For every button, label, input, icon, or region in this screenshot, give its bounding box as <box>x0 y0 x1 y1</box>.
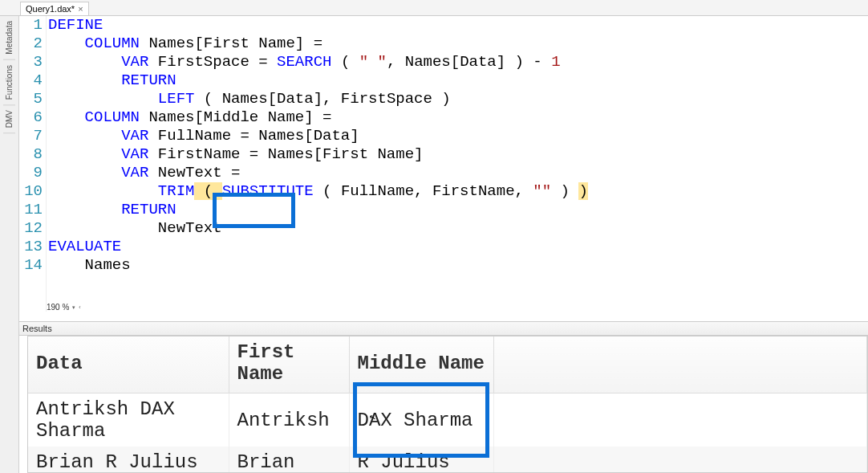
tab-title: Query1.dax* <box>26 4 75 14</box>
code-editor[interactable]: 1 2 3 4 5 6 7 8 9 10 11 12 13 14 DEFINE … <box>19 16 868 313</box>
cell-data: Antriksh DAX Sharma <box>28 393 229 447</box>
zoom-value: 190 % <box>47 303 69 312</box>
code-text: , Names[Data] ) - <box>387 53 551 71</box>
cell-data: Brian R Julius <box>28 446 229 473</box>
code-text: NewText <box>158 219 222 237</box>
line-numbers: 1 2 3 4 5 6 7 8 9 10 11 12 13 14 <box>19 16 47 312</box>
line-num: 13 <box>19 238 43 256</box>
col-header-first[interactable]: First Name <box>229 336 349 393</box>
line-num: 12 <box>19 219 43 238</box>
kw-return: RETURN <box>121 201 176 218</box>
code-text: ( FullName, FirstName, <box>314 182 533 200</box>
line-num: 8 <box>19 145 43 164</box>
kw-define: DEFINE <box>48 16 103 34</box>
line-num: 3 <box>19 53 43 71</box>
col-header-empty <box>493 336 867 393</box>
code-text: Names <box>85 256 131 274</box>
gutter-metadata[interactable]: Metadata <box>3 16 15 60</box>
code-content[interactable]: DEFINE COLUMN Names[First Name] = VAR Fi… <box>47 16 588 312</box>
close-icon[interactable]: × <box>78 4 83 14</box>
results-table[interactable]: Data First Name Middle Name Antriksh DAX… <box>28 336 867 473</box>
query-tab[interactable]: Query1.dax* × <box>20 2 89 15</box>
cell-empty <box>493 446 867 473</box>
fn-search: SEARCH <box>277 53 331 71</box>
code-text: FirstName = Names[First Name] <box>158 145 424 163</box>
tab-bar: Query1.dax* × <box>0 0 868 16</box>
line-num: 10 <box>19 182 43 201</box>
fn-substitute: SUBSTITUTE <box>222 182 314 200</box>
code-text: ) <box>551 182 578 200</box>
line-num: 5 <box>19 90 43 108</box>
col-header-data[interactable]: Data <box>28 336 229 393</box>
line-num: 11 <box>19 201 43 219</box>
paren-close: ) <box>578 182 587 200</box>
cell-empty <box>493 393 867 447</box>
str-lit: "" <box>533 182 551 200</box>
code-text: FullName = Names[Data] <box>158 127 359 145</box>
table-row[interactable]: Brian R Julius Brian R Julius <box>28 446 867 473</box>
results-panel-header[interactable]: Results <box>19 321 868 336</box>
fn-left: LEFT <box>158 90 195 108</box>
code-text: ( Names[Data], FirstSpace ) <box>194 90 450 108</box>
line-num: 14 <box>19 256 43 275</box>
kw-var: VAR <box>121 145 158 163</box>
num-lit: 1 <box>551 53 560 71</box>
chevron-down-icon[interactable]: ▾ <box>72 304 75 311</box>
cell-first: Antriksh <box>229 393 349 447</box>
code-text: ( <box>331 53 359 71</box>
code-text: Names[First Name] = <box>148 35 331 52</box>
kw-evaluate: EVALUATE <box>48 238 121 255</box>
line-num: 1 <box>19 16 43 35</box>
kw-var: VAR <box>121 53 158 71</box>
side-gutter: Metadata Functions DMV <box>0 16 19 473</box>
kw-column: COLUMN <box>85 108 149 126</box>
gutter-functions[interactable]: Functions <box>3 60 15 105</box>
col-header-middle[interactable]: Middle Name <box>349 336 493 393</box>
paren-open: ( <box>194 182 221 200</box>
code-text: NewText = <box>158 164 249 181</box>
zoom-control[interactable]: 190 % ▾ ‹ <box>47 303 81 312</box>
line-num: 9 <box>19 164 43 182</box>
gutter-dmv[interactable]: DMV <box>3 105 15 133</box>
line-num: 4 <box>19 71 43 90</box>
kw-return: RETURN <box>121 71 176 89</box>
results-panel: Data First Name Middle Name Antriksh DAX… <box>27 336 868 473</box>
str-lit: " " <box>359 53 387 71</box>
code-text: FirstSpace = <box>158 53 277 71</box>
line-num: 7 <box>19 127 43 145</box>
cell-middle: DAX Sharma <box>349 393 493 447</box>
kw-var: VAR <box>121 127 158 145</box>
line-num: 6 <box>19 108 43 127</box>
code-text: Names[Middle Name] = <box>148 108 340 126</box>
fn-trim: TRIM <box>158 182 195 200</box>
table-row[interactable]: Antriksh DAX Sharma Antriksh DAX Sharma <box>28 393 867 447</box>
kw-var: VAR <box>121 164 158 181</box>
cell-first: Brian <box>229 446 349 473</box>
line-num: 2 <box>19 35 43 53</box>
cell-middle: R Julius <box>349 446 493 473</box>
kw-column: COLUMN <box>85 35 149 52</box>
zoom-tick-icon: ‹ <box>79 304 80 310</box>
